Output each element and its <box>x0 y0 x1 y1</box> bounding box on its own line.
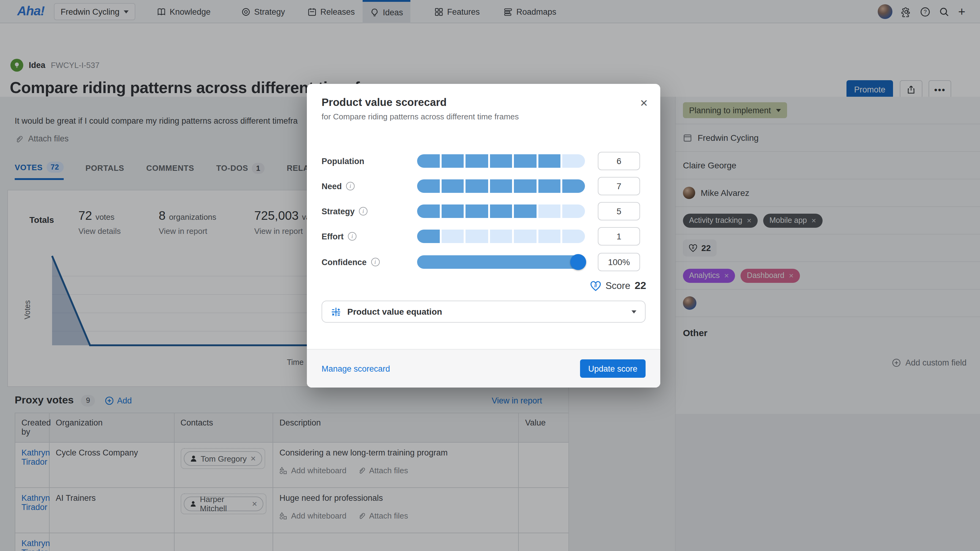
equation-icon <box>331 306 341 317</box>
effort-slider[interactable] <box>417 230 585 243</box>
modal-subtitle: for Compare riding patterns across diffe… <box>321 112 519 121</box>
population-slider[interactable] <box>417 154 585 168</box>
metric-row-strategy: Strategyi 5 <box>321 202 646 221</box>
close-icon[interactable]: ✕ <box>640 97 648 109</box>
need-value-input[interactable]: 7 <box>598 177 640 195</box>
score-summary: # Score 22 <box>590 280 646 292</box>
scorecard-modal: Product value scorecard for Compare ridi… <box>307 84 660 387</box>
metric-label: Need <box>321 181 342 191</box>
strategy-slider[interactable] <box>417 205 585 218</box>
score-value: 22 <box>635 280 646 292</box>
manage-scorecard-link[interactable]: Manage scorecard <box>321 364 390 373</box>
score-label: Score <box>605 280 630 291</box>
need-slider[interactable] <box>417 179 585 193</box>
metric-row-confidence: Confidencei 100% <box>321 253 646 271</box>
aha-idea-page: Aha! Fredwin Cycling Knowledge Strategy … <box>0 0 980 551</box>
info-icon[interactable]: i <box>371 258 379 266</box>
info-icon[interactable]: i <box>359 207 368 216</box>
modal-title: Product value scorecard <box>321 96 447 109</box>
metric-label: Effort <box>321 232 344 241</box>
scorecard-heart-icon: # <box>590 280 601 292</box>
svg-text:#: # <box>594 282 597 288</box>
modal-footer: Manage scorecard Update score <box>307 349 660 387</box>
population-value-input[interactable]: 6 <box>598 152 640 170</box>
info-icon[interactable]: i <box>348 232 356 241</box>
metric-label: Strategy <box>321 206 355 216</box>
metric-label: Confidence <box>321 257 367 267</box>
equation-select[interactable]: Product value equation <box>321 301 646 322</box>
strategy-value-input[interactable]: 5 <box>598 202 640 221</box>
effort-value-input[interactable]: 1 <box>598 227 640 246</box>
metric-row-need: Needi 7 <box>321 177 646 195</box>
equation-label: Product value equation <box>347 307 442 316</box>
info-icon[interactable]: i <box>346 182 355 191</box>
chevron-down-icon <box>632 310 636 313</box>
confidence-slider[interactable] <box>417 255 585 269</box>
update-score-button[interactable]: Update score <box>580 359 646 378</box>
metric-label: Population <box>321 156 364 166</box>
confidence-value-input[interactable]: 100% <box>598 253 640 271</box>
metric-row-effort: Efforti 1 <box>321 227 646 246</box>
metric-row-population: Populationi 6 <box>321 152 646 170</box>
